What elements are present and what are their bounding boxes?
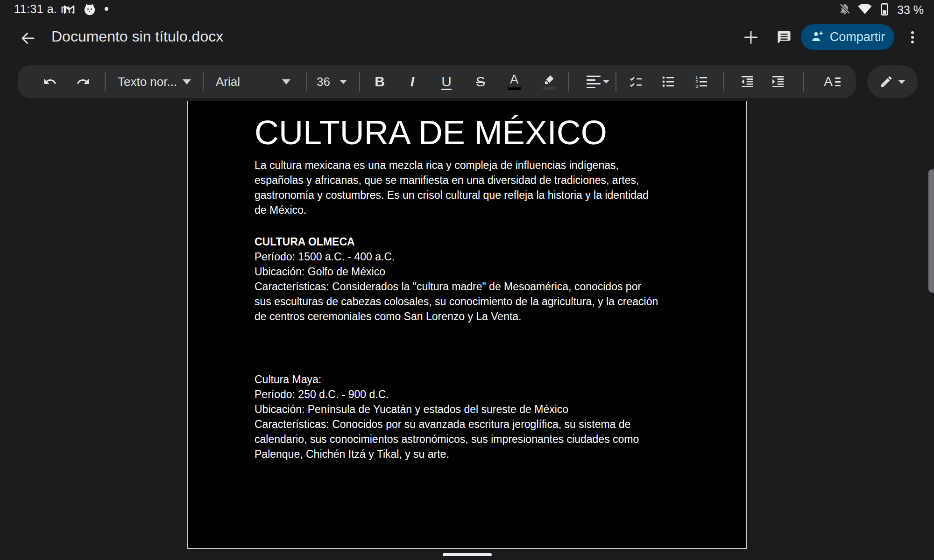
doc-text-line: Ubicación: Golfo de México: [255, 264, 658, 279]
bulleted-list-icon: [661, 74, 676, 89]
toolbar-divider: [568, 72, 569, 91]
doc-text-line: españolas y africanas, que se manifiesta…: [255, 173, 649, 188]
indent-increase-icon: [771, 74, 785, 89]
paragraph-style-value: Texto nor...: [118, 75, 177, 89]
toolbar-divider: [803, 72, 804, 91]
doc-text-line: gastronomía y costumbres. Es un crisol c…: [255, 188, 649, 203]
maya-section: Cultura Maya: Período: 250 d.C. - 900 d.…: [255, 372, 639, 462]
doc-text-line: Período: 1500 a.C. - 400 a.C.: [255, 249, 658, 264]
italic-button[interactable]: I: [403, 72, 422, 91]
add-comment-plus-button[interactable]: [740, 26, 762, 49]
text-color-button[interactable]: A: [505, 72, 524, 91]
google-docs-app: 11:31 a. m.: [0, 0, 934, 560]
share-button-label: Compartir: [830, 30, 885, 44]
wifi-icon: [858, 2, 872, 18]
strikethrough-button[interactable]: S: [471, 72, 490, 91]
doc-text-line: calendario, sus conocimientos astronómic…: [255, 432, 639, 447]
align-dropdown-button[interactable]: [585, 72, 611, 91]
highlight-color-button[interactable]: [540, 72, 559, 91]
app-bar: Documento sin título.docx Compartir: [0, 19, 934, 55]
notification-dot-icon: [105, 7, 108, 11]
bold-button[interactable]: B: [370, 72, 389, 91]
document-page[interactable]: CULTURA DE MÉXICO La cultura mexicana es…: [187, 101, 747, 549]
document-title: Documento sin título.docx: [51, 28, 223, 45]
overflow-menu-button[interactable]: [901, 26, 924, 49]
back-button[interactable]: [18, 28, 38, 49]
doc-text-line: Ubicación: Península de Yucatán y estado…: [255, 402, 639, 417]
font-size-value: 36: [317, 75, 330, 89]
navigation-gesture-bar[interactable]: [443, 553, 492, 556]
text-color-swatch: [508, 87, 521, 90]
checklist-icon: [629, 74, 644, 89]
doc-text-line: Palenque, Chichén Itzá y Tikal, y su art…: [255, 447, 639, 462]
numbered-list-button[interactable]: 1 2 3: [692, 72, 711, 91]
doc-text-line: Cultura Maya:: [255, 372, 639, 387]
doc-text-line: Características: Considerados la "cultur…: [255, 279, 658, 294]
format-options-button[interactable]: A: [819, 72, 845, 91]
battery-icon: [878, 2, 891, 18]
olmeca-heading: CULTURA OLMECA: [255, 234, 658, 249]
paragraph-style-caret-icon[interactable]: [177, 72, 196, 91]
doc-text-line: de México.: [255, 203, 649, 217]
gmail-notification-icon: [63, 3, 76, 18]
numbered-list-icon: 1 2 3: [694, 74, 709, 89]
toolbar-divider: [616, 72, 616, 91]
notifications-muted-icon: [838, 2, 851, 17]
font-size-dropdown[interactable]: 36: [317, 65, 330, 98]
comments-button[interactable]: [773, 26, 795, 49]
highlighter-icon: [543, 74, 555, 85]
toolbar-divider: [105, 72, 106, 91]
toolbar-divider: [723, 72, 724, 91]
person-add-icon: [810, 29, 824, 45]
redo-button[interactable]: [74, 72, 92, 91]
format-letter: A: [824, 74, 833, 89]
paragraph-style-dropdown[interactable]: Texto nor...: [118, 65, 177, 98]
battery-percent: 33 %: [897, 3, 924, 17]
font-dropdown[interactable]: Arial: [216, 65, 240, 98]
svg-text:3: 3: [695, 84, 698, 89]
intro-paragraph: La cultura mexicana es una mezcla rica y…: [255, 158, 649, 217]
indent-decrease-icon: [740, 74, 755, 89]
decrease-indent-button[interactable]: [738, 72, 757, 91]
align-left-icon: [587, 76, 601, 88]
highlight-color-swatch: [543, 87, 556, 90]
increase-indent-button[interactable]: [769, 72, 787, 91]
formatting-toolbar: Texto nor... Arial 36 B I U S A: [18, 65, 856, 98]
font-caret-icon[interactable]: [277, 72, 296, 91]
font-value: Arial: [216, 75, 240, 89]
status-bar: 11:31 a. m.: [0, 0, 934, 19]
toolbar-divider: [359, 72, 360, 91]
edit-mode-button[interactable]: [867, 65, 918, 98]
doc-heading: CULTURA DE MÉXICO: [255, 114, 607, 151]
cat-app-notification-icon: [83, 3, 96, 18]
bulleted-list-button[interactable]: [659, 72, 678, 91]
doc-text-line: Período: 250 d.C. - 900 d.C.: [255, 387, 639, 402]
toolbar-divider: [203, 72, 204, 91]
toolbar-divider: [306, 72, 307, 91]
doc-text-line: sus esculturas de cabezas colosales, su …: [255, 294, 658, 309]
checklist-button[interactable]: [627, 72, 645, 91]
format-lines-icon: [835, 77, 841, 86]
pencil-icon: [879, 75, 893, 89]
doc-text-line: Características: Conocidos por su avanza…: [255, 417, 639, 432]
scrollbar-thumb[interactable]: [928, 169, 934, 293]
underline-button[interactable]: U: [437, 72, 456, 91]
undo-button[interactable]: [41, 72, 59, 91]
share-button[interactable]: Compartir: [801, 24, 894, 50]
doc-text-line: de centros ceremoniales como San Lorenzo…: [255, 309, 658, 324]
font-size-caret-icon[interactable]: [334, 72, 353, 91]
doc-text-line: La cultura mexicana es una mezcla rica y…: [255, 158, 649, 173]
olmeca-section: CULTURA OLMECA Período: 1500 a.C. - 400 …: [255, 234, 658, 324]
